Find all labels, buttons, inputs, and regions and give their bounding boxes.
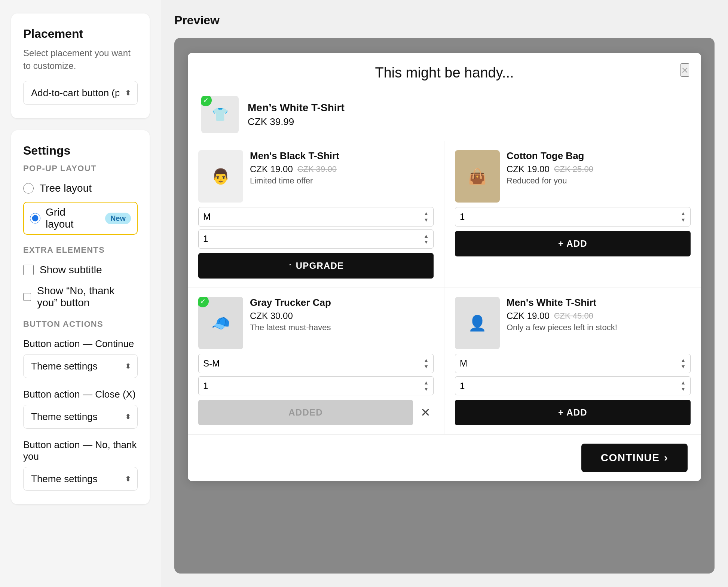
upsell-1-variant-arrows: ▲ ▼: [423, 210, 429, 223]
popup-layout-section: POP-UP LAYOUT Tree layout Grid layout Ne…: [23, 164, 138, 235]
close-select-wrapper[interactable]: Theme settings ⬍: [23, 405, 138, 429]
main-product-row: 👕 ✓ Men’s White T-Shirt CZK 39.99: [188, 88, 701, 141]
upsell-grid-row1: 👨 Men's Black T-Shirt CZK 19.00 CZK 39.0…: [188, 141, 701, 288]
upsell-cell-3: 🧢 ✓ Gray Trucker Cap CZK 30.00 The lates…: [188, 288, 444, 434]
no-thanks-select[interactable]: Theme settings: [24, 467, 137, 490]
upsell-4-image: 👤: [455, 297, 500, 349]
close-select[interactable]: Theme settings: [24, 405, 137, 428]
upsell-1-variant[interactable]: M ▲ ▼: [198, 207, 434, 226]
placement-card: Placement Select placement you want to c…: [11, 13, 150, 118]
upsell-4-qty[interactable]: 1 ▲ ▼: [455, 376, 691, 396]
extra-elements-section: EXTRA ELEMENTS Show subtitle Show “No, t…: [23, 245, 138, 309]
upsell-2-name: Cotton Toge Bag: [507, 150, 691, 162]
upsell-1-image: 👨: [198, 150, 243, 203]
upsell-3-name: Gray Trucker Cap: [250, 297, 434, 308]
no-thanks-select-wrapper[interactable]: Theme settings ⬍: [23, 467, 138, 491]
upsell-1-variant-value: M: [203, 212, 211, 222]
upsell-4-qty-arrows: ▲ ▼: [680, 380, 686, 392]
placement-title: Placement: [23, 27, 138, 41]
new-badge: New: [105, 213, 131, 224]
preview-header: Preview: [174, 13, 715, 27]
tree-layout-label: Tree layout: [40, 182, 92, 194]
show-subtitle-checkbox[interactable]: [23, 265, 34, 275]
radio-group: Tree layout Grid layout New: [23, 182, 138, 235]
upsell-4-name: Men's White T-Shirt: [507, 297, 691, 308]
upsell-cell-1: 👨 Men's Black T-Shirt CZK 19.00 CZK 39.0…: [188, 141, 444, 288]
upsell-2-details: Cotton Toge Bag CZK 19.00 CZK 25.00 Redu…: [507, 150, 691, 203]
btn-action-continue: Button action — Continue Theme settings …: [23, 338, 138, 378]
tree-layout-radio[interactable]: [23, 183, 34, 194]
upsell-4-variant-value: M: [460, 358, 467, 369]
upsell-3-variant[interactable]: S-M ▲ ▼: [198, 354, 434, 373]
show-no-thanks-option[interactable]: Show “No, thank you” button: [23, 285, 138, 309]
upsell-2-orig-price: CZK 25.00: [554, 164, 593, 174]
placement-desc: Select placement you want to customize.: [23, 47, 138, 72]
main-product-name: Men’s White T-Shirt: [248, 102, 688, 114]
continue-button[interactable]: CONTINUE ›: [581, 444, 688, 472]
continue-select[interactable]: Theme settings: [24, 355, 137, 378]
left-panel: Placement Select placement you want to c…: [0, 0, 161, 587]
upsell-1-price: CZK 19.00: [250, 164, 293, 174]
show-subtitle-option[interactable]: Show subtitle: [23, 264, 138, 276]
popup-layout-label: POP-UP LAYOUT: [23, 164, 138, 173]
continue-label: CONTINUE: [601, 452, 660, 464]
grid-layout-highlight-box: Grid layout New: [23, 202, 138, 235]
placement-select[interactable]: Add-to-cart button (pre-purchase) Post-p…: [24, 81, 137, 104]
main-product-image: 👕 ✓: [201, 96, 239, 133]
upsell-3-actions: S-M ▲ ▼ 1 ▲ ▼: [198, 354, 434, 425]
upsell-2-price: CZK 19.00: [507, 164, 550, 174]
upsell-3-qty-arrows: ▲ ▼: [423, 380, 429, 392]
upsell-2-prices: CZK 19.00 CZK 25.00: [507, 164, 691, 174]
settings-title: Settings: [23, 144, 138, 158]
button-actions-section: BUTTON ACTIONS Button action — Continue …: [23, 319, 138, 491]
upsell-2-qty[interactable]: 1 ▲ ▼: [455, 207, 691, 226]
grid-layout-option[interactable]: Grid layout New: [30, 206, 131, 230]
upsell-2-qty-arrows: ▲ ▼: [680, 210, 686, 223]
upsell-3-remove-btn[interactable]: ✕: [417, 402, 434, 423]
tree-layout-option[interactable]: Tree layout: [23, 182, 138, 194]
upsell-4-add-btn[interactable]: + ADD: [455, 400, 691, 425]
upsell-3-variant-arrows: ▲ ▼: [423, 357, 429, 370]
modal-title-bar: This might be handy... ×: [188, 53, 701, 88]
modal-title: This might be handy...: [375, 65, 514, 81]
upsell-3-added-btn[interactable]: ADDED: [198, 400, 413, 425]
upsell-cell-2-inner: 👜 Cotton Toge Bag CZK 19.00 CZK 25.00 Re…: [455, 150, 691, 203]
show-no-thanks-checkbox[interactable]: [23, 292, 31, 302]
continue-select-wrapper[interactable]: Theme settings ⬍: [23, 354, 138, 378]
upsell-4-orig-price: CZK 45.00: [554, 311, 593, 321]
upsell-2-add-btn[interactable]: + ADD: [455, 231, 691, 256]
checkbox-group: Show subtitle Show “No, thank you” butto…: [23, 264, 138, 309]
upsell-3-qty[interactable]: 1 ▲ ▼: [198, 376, 434, 396]
main-product-price: CZK 39.99: [248, 116, 688, 128]
modal-close-button[interactable]: ×: [680, 63, 689, 77]
placement-select-wrapper[interactable]: Add-to-cart button (pre-purchase) Post-p…: [23, 81, 138, 105]
upsell-cell-4-inner: 👤 Men's White T-Shirt CZK 19.00 CZK 45.0…: [455, 297, 691, 349]
upsell-grid-row2: 🧢 ✓ Gray Trucker Cap CZK 30.00 The lates…: [188, 288, 701, 434]
btn-continue-label: Button action — Continue: [23, 338, 138, 350]
upsell-3-image: 🧢 ✓: [198, 297, 243, 349]
upsell-cell-3-inner: 🧢 ✓ Gray Trucker Cap CZK 30.00 The lates…: [198, 297, 434, 349]
upsell-4-variant-arrows: ▲ ▼: [680, 357, 686, 370]
upsell-1-qty[interactable]: 1 ▲ ▼: [198, 229, 434, 249]
upsell-2-image: 👜: [455, 150, 500, 203]
grid-layout-radio[interactable]: [30, 213, 40, 223]
upsell-1-qty-value: 1: [203, 234, 208, 244]
upsell-4-price: CZK 19.00: [507, 311, 550, 321]
upsell-3-price: CZK 30.00: [250, 311, 293, 321]
upsell-1-name: Men's Black T-Shirt: [250, 150, 434, 162]
preview-modal: This might be handy... × 👕 ✓ Men’s White…: [188, 53, 701, 481]
upsell-4-variant[interactable]: M ▲ ▼: [455, 354, 691, 373]
upsell-1-actions: M ▲ ▼ 1 ▲ ▼: [198, 207, 434, 279]
upsell-4-tag: Only a few pieces left in stock!: [507, 323, 691, 332]
grid-layout-highlighted: Grid layout New: [23, 202, 138, 235]
upsell-1-upgrade-btn[interactable]: ↑ UPGRADE: [198, 253, 434, 279]
modal-footer: CONTINUE ›: [188, 434, 701, 481]
continue-arrow: ›: [664, 452, 668, 464]
button-actions-label: BUTTON ACTIONS: [23, 319, 138, 329]
upsell-3-details: Gray Trucker Cap CZK 30.00 The latest mu…: [250, 297, 434, 349]
upsell-cell-2: 👜 Cotton Toge Bag CZK 19.00 CZK 25.00 Re…: [444, 141, 701, 288]
upsell-4-actions: M ▲ ▼ 1 ▲ ▼: [455, 354, 691, 425]
upsell-1-orig-price: CZK 39.00: [297, 164, 337, 174]
upsell-cell-4: 👤 Men's White T-Shirt CZK 19.00 CZK 45.0…: [444, 288, 701, 434]
upsell-3-check: ✓: [198, 297, 209, 307]
